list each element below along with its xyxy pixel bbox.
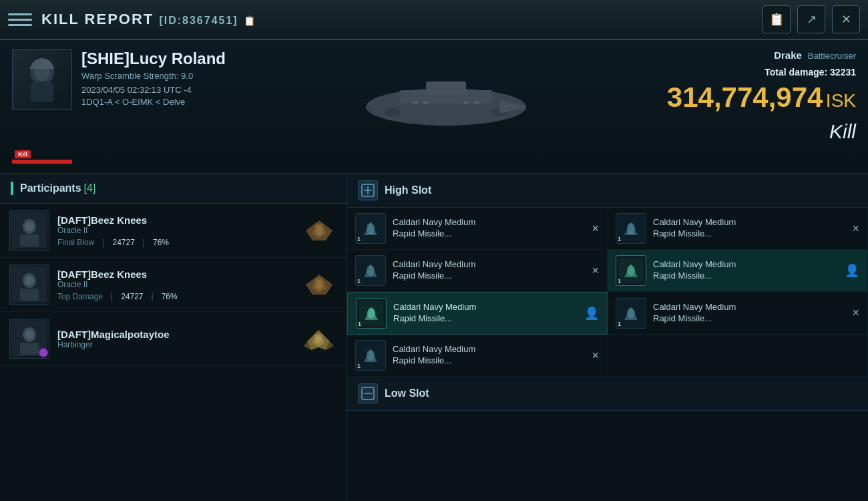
slot-item-name: Caldari Navy MediumRapid Missile... xyxy=(393,259,588,282)
svg-point-29 xyxy=(367,223,375,234)
svg-point-15 xyxy=(25,222,34,231)
slot-item-name: Caldari Navy MediumRapid Missile... xyxy=(393,344,588,367)
slot-item-icon: 1 xyxy=(616,255,646,286)
participant-1-avatar xyxy=(9,210,49,251)
participant-3-ship-icon xyxy=(300,325,337,352)
export-button[interactable]: ↗ xyxy=(797,5,825,33)
slot-item-info: Caldari Navy MediumRapid Missile... xyxy=(393,302,580,325)
header-actions: 📋 ↗ ✕ xyxy=(763,5,860,33)
slot-item-name: Caldari Navy MediumRapid Missile... xyxy=(653,302,848,325)
slot-person-button[interactable]: 👤 xyxy=(845,263,859,278)
page-title: KILL REPORT [ID:8367451] 📋 xyxy=(41,11,763,28)
victim-location: 1DQ1-A < O-EIMK < Delve xyxy=(81,97,226,107)
slot-item-info: Caldari Navy MediumRapid Missile... xyxy=(653,259,841,282)
participants-header: Participants [4] xyxy=(0,174,347,204)
svg-rect-8 xyxy=(413,102,418,104)
slot-item-highlighted[interactable]: 1 Caldari Navy MediumRapid Missile... 👤 xyxy=(608,250,868,292)
slot-item-icon: 1 xyxy=(616,213,646,244)
participant-1-ship: Oracle II xyxy=(57,226,300,235)
ship-image-area xyxy=(226,49,667,164)
slot-item[interactable]: 1 Caldari Navy MediumRapid Missile... × xyxy=(608,292,868,335)
slot-item[interactable]: 1 Caldari Navy MediumRapid Missile... × xyxy=(347,208,608,250)
participant-2-stats: Top Damage | 24727 | 76% xyxy=(57,292,300,301)
slot-item-info: Caldari Navy MediumRapid Missile... xyxy=(393,344,588,367)
participant-3-name: [DAFT]Magicalpotaytoe xyxy=(57,329,300,340)
participant-2-avatar xyxy=(9,265,49,305)
svg-rect-14 xyxy=(20,234,39,246)
svg-point-20 xyxy=(25,276,34,285)
participant-item[interactable]: [DAFT]Magicalpotaytoe Harbinger xyxy=(0,312,347,366)
slot-item-icon: 1 xyxy=(356,298,387,329)
participant-badge-icon xyxy=(39,348,48,357)
svg-point-16 xyxy=(316,226,322,235)
section-accent xyxy=(11,182,13,195)
svg-point-21 xyxy=(316,280,322,289)
victim-stats: Drake Battlecruiser Total damage: 32231 … xyxy=(667,49,856,164)
svg-rect-1 xyxy=(31,82,53,102)
close-button[interactable]: ✕ xyxy=(832,5,860,33)
participant-2-details: [DAFT]Beez Knees Oracle II Top Damage | … xyxy=(57,269,300,301)
high-slot-grid: 1 Caldari Navy MediumRapid Missile... × … xyxy=(347,208,868,377)
participant-item[interactable]: [DAFT]Beez Knees Oracle II Top Damage | … xyxy=(0,258,347,312)
isk-value: 314,774,974 xyxy=(667,81,823,113)
svg-rect-11 xyxy=(474,102,479,104)
slot-item-icon: 1 xyxy=(355,255,386,286)
slot-item-info: Caldari Navy MediumRapid Missile... xyxy=(653,217,848,240)
victim-name: [SHIE]Lucy Roland xyxy=(81,49,226,68)
participant-2-ship-icon xyxy=(300,271,337,298)
slot-item-name: Caldari Navy MediumRapid Missile... xyxy=(393,217,588,240)
svg-point-41 xyxy=(367,350,375,361)
slot-item[interactable]: 1 Caldari Navy MediumRapid Missile... × xyxy=(608,208,868,250)
slot-item-icon: 1 xyxy=(355,213,386,244)
svg-point-31 xyxy=(627,223,635,234)
victim-info: [SHIE]Lucy Roland Warp Scramble Strength… xyxy=(81,49,226,164)
slot-remove-button[interactable]: × xyxy=(852,306,859,320)
svg-rect-24 xyxy=(20,343,39,355)
ship-silhouette xyxy=(333,53,560,160)
ship-class: Battlecruiser xyxy=(808,51,856,61)
svg-point-35 xyxy=(627,265,635,276)
low-slot-title: Low Slot xyxy=(385,387,429,399)
menu-button[interactable] xyxy=(8,7,32,31)
svg-rect-5 xyxy=(426,81,466,95)
low-slot-icon xyxy=(358,383,378,403)
participants-title: Participants xyxy=(20,182,81,194)
slot-item[interactable]: 1 Caldari Navy MediumRapid Missile... × xyxy=(347,335,608,377)
copy-button[interactable]: 📋 xyxy=(763,5,791,33)
high-slot-title: High Slot xyxy=(385,184,431,196)
victim-warp-scramble: Warp Scramble Strength: 9.0 xyxy=(81,71,226,81)
slot-item-icon: 1 xyxy=(355,340,386,371)
slot-remove-button[interactable]: × xyxy=(592,264,599,278)
slot-remove-button[interactable]: × xyxy=(592,349,599,363)
ship-name: Drake xyxy=(774,49,802,61)
participant-2-name: [DAFT]Beez Knees xyxy=(57,269,300,280)
slot-person-button[interactable]: 👤 xyxy=(584,306,599,321)
high-slot-header: High Slot xyxy=(347,174,868,208)
victim-avatar-container: Kill xyxy=(12,49,72,164)
participant-2-ship: Oracle II xyxy=(57,280,300,289)
slot-item-name: Caldari Navy MediumRapid Missile... xyxy=(393,302,580,325)
participant-item[interactable]: [DAFT]Beez Knees Oracle II Final Blow | … xyxy=(0,204,347,258)
svg-point-39 xyxy=(627,308,635,319)
participant-1-ship-icon xyxy=(300,217,337,244)
slot-item-info: Caldari Navy MediumRapid Missile... xyxy=(653,302,848,325)
participant-1-stats: Final Blow | 24727 | 76% xyxy=(57,238,300,247)
slot-item[interactable]: 1 Caldari Navy MediumRapid Missile... × xyxy=(347,250,608,292)
slot-item-highlighted-active[interactable]: 1 Caldari Navy MediumRapid Missile... 👤 xyxy=(347,292,608,335)
svg-rect-19 xyxy=(20,289,39,301)
svg-point-6 xyxy=(385,108,401,116)
slot-remove-button[interactable]: × xyxy=(852,222,859,236)
participant-3-ship: Harbinger xyxy=(57,340,300,349)
participants-count: [4] xyxy=(84,182,96,194)
slot-item-info: Caldari Navy MediumRapid Missile... xyxy=(393,259,588,282)
kill-type-label: Kill xyxy=(667,120,856,143)
participant-3-details: [DAFT]Magicalpotaytoe Harbinger xyxy=(57,329,300,349)
high-slot-icon xyxy=(358,180,378,200)
victim-kill-badge: Kill xyxy=(15,150,31,158)
slots-panel: High Slot 1 Caldari Navy MediumRapid Mis… xyxy=(347,174,868,501)
svg-point-26 xyxy=(315,335,322,343)
slot-item-name: Caldari Navy MediumRapid Missile... xyxy=(653,217,848,240)
participant-1-name: [DAFT]Beez Knees xyxy=(57,214,300,226)
slot-remove-button[interactable]: × xyxy=(592,222,599,236)
low-slot-header: Low Slot xyxy=(347,377,868,411)
